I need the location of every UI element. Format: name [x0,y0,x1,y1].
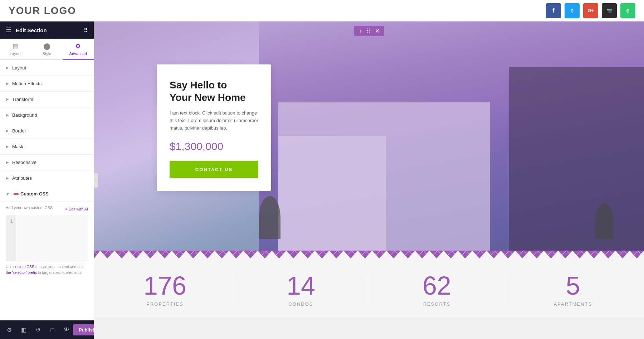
canvas: + ⠿ ✕ Say Hello toYour New Home I am tex… [94,21,644,339]
layout-tab-icon: ▦ [13,42,19,50]
stat-label-resorts: RESORTS [376,301,498,307]
chevron-right-icon: ▶ [6,113,9,117]
tab-style[interactable]: ⬤ Style [31,39,62,60]
sidebar-item-label-mask: Mask [12,144,23,149]
stat-item-properties: 176 PROPERTIES [97,273,233,307]
sidebar: ☰ Edit Section ⠿ ▦ Layout ⬤ Style ⚙ Adva… [0,21,94,339]
custom-css-section: Add your own custom CSS ✦ Edit with AI 1… [0,202,94,279]
tab-advanced-label: Advanced [69,52,87,56]
sidebar-bottom: ⚙ ◧ ↺ ◻ 👁 Publish ▲ [0,320,94,339]
grid-icon[interactable]: ⠿ [84,27,88,34]
publish-label: Publish [79,327,96,333]
google-plus-btn[interactable]: G+ [583,3,598,18]
sidebar-tabs: ▦ Layout ⬤ Style ⚙ Advanced [0,39,94,60]
chevron-right-icon: ▶ [6,81,9,86]
advanced-tab-icon: ⚙ [75,42,81,50]
stat-number-condos: 14 [240,273,362,299]
zigzag-border [94,251,644,258]
instagram-btn[interactable]: 📷 [602,3,617,18]
chevron-right-icon: ▶ [6,160,9,165]
logo-suffix: LOGO [44,5,76,16]
facebook-btn[interactable]: f [546,3,561,18]
settings-icon[interactable]: ⚙ [3,323,16,336]
collapse-handle[interactable]: ‹ [94,173,98,188]
chevron-right-icon: ▶ [6,129,9,133]
custom-css-circle [13,193,19,195]
sidebar-item-label-background: Background [12,112,37,118]
sidebar-header: ☰ Edit Section ⠿ [0,21,94,39]
css-footer-link2[interactable]: the 'selector' prefix [6,270,37,275]
logo-prefix: YOUR [9,5,44,16]
sidebar-item-responsive[interactable]: ▶ Responsive [0,155,94,170]
stat-item-resorts: 62 RESORTS [369,273,505,307]
chevron-right-icon: ▶ [6,144,9,149]
contact-us-button[interactable]: CONTACT US [170,161,258,178]
sidebar-item-attributes[interactable]: ▶ Attributes [0,170,94,186]
layers-icon[interactable]: ◧ [17,323,30,336]
custom-css-hint-row: Add your own custom CSS ✦ Edit with AI [6,205,88,213]
sidebar-item-label-responsive: Responsive [12,160,36,165]
css-footer-link1[interactable]: custom CSS [14,265,34,269]
move-section-btn[interactable]: ⠿ [365,28,372,34]
css-footer-text: Use custom CSS to style your content and… [6,264,88,276]
css-footer-text1: Use [6,265,14,269]
sidebar-content: ▶ Layout ▶ Motion Effects ▶ Transform ▶ … [0,60,94,320]
sidebar-item-transform[interactable]: ▶ Transform [0,92,94,107]
ai-star-icon: ✦ [64,207,68,212]
main-layout: ☰ Edit Section ⠿ ▦ Layout ⬤ Style ⚙ Adva… [0,21,644,339]
twitter-btn[interactable]: t [565,3,580,18]
sidebar-item-motion-effects[interactable]: ▶ Motion Effects [0,76,94,92]
card-description: I am text block. Click edit button to ch… [170,110,258,132]
css-footer-text3: to target specific elements. [37,270,83,275]
hero-image [259,21,644,251]
edit-ai-label: Edit with AI [69,207,88,211]
sidebar-item-label-transform: Transform [12,97,33,102]
stat-number-resorts: 62 [376,273,498,299]
sidebar-title: Edit Section [16,27,47,33]
tab-layout-label: Layout [10,52,21,56]
sidebar-item-border[interactable]: ▶ Border [0,123,94,139]
chevron-down-icon: ▼ [6,192,10,196]
stat-number-apartments: 5 [512,273,634,299]
purple-overlay [259,21,644,251]
sidebar-item-mask[interactable]: ▶ Mask [0,139,94,155]
tab-layout[interactable]: ▦ Layout [0,39,31,60]
chevron-right-icon: ▶ [6,66,9,70]
css-editor: 1 [6,215,88,261]
logo: YOUR LOGO [9,5,76,16]
edit-with-ai-btn[interactable]: ✦ Edit with AI [64,207,88,212]
tab-style-label: Style [43,52,51,56]
elementor-btn[interactable]: e [620,3,635,18]
logo-area: YOUR LOGO [9,5,76,16]
section-controls: + ⠿ ✕ [354,26,384,36]
chevron-right-icon: ▶ [6,97,9,102]
collapse-icon: ‹ [95,178,96,182]
close-section-btn[interactable]: ✕ [374,28,381,34]
history-icon[interactable]: ↺ [31,323,44,336]
tab-advanced[interactable]: ⚙ Advanced [63,39,94,60]
custom-css-hint: Add your own custom CSS [6,205,53,210]
stat-label-apartments: APARTMENTS [512,301,634,307]
line-number-1: 1 [10,219,13,224]
css-line-numbers: 1 [6,215,16,261]
stats-section: 176 PROPERTIES 14 CONDOS 62 RESORTS 5 AP… [94,258,644,318]
sidebar-item-layout[interactable]: ▶ Layout [0,60,94,76]
sidebar-item-label-layout: Layout [12,65,26,71]
sidebar-item-label-attributes: Attributes [12,175,32,181]
css-footer-text2: to style your content and add [34,265,84,269]
stat-item-condos: 14 CONDOS [233,273,369,307]
zigzag-svg [94,251,644,258]
sidebar-item-custom-css[interactable]: ▼ Custom CSS [0,186,94,202]
add-section-btn[interactable]: + [357,28,363,34]
responsive-icon[interactable]: ◻ [46,323,59,336]
stat-item-apartments: 5 APARTMENTS [505,273,641,307]
card-title: Say Hello toYour New Home [170,79,258,104]
css-editor-textarea[interactable] [16,215,88,261]
property-card: Say Hello toYour New Home I am text bloc… [157,64,271,191]
sidebar-item-label-motion: Motion Effects [12,81,42,86]
hamburger-icon[interactable]: ☰ [6,26,11,34]
social-icons: f t G+ 📷 e [546,3,635,18]
top-bar: YOUR LOGO f t G+ 📷 e [0,0,644,21]
sidebar-item-background[interactable]: ▶ Background [0,107,94,123]
eye-icon[interactable]: 👁 [60,323,73,336]
